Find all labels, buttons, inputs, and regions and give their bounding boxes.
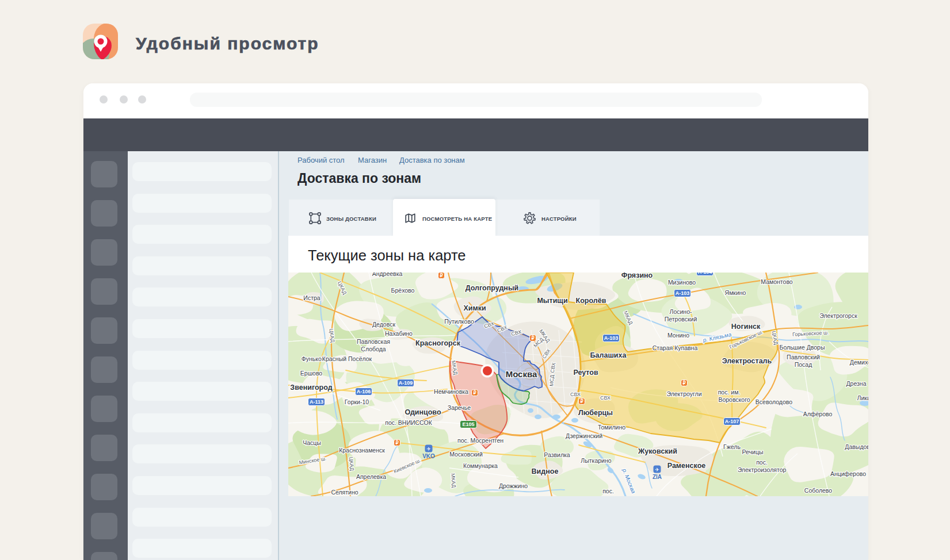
svg-text:А-106: А-106	[357, 389, 371, 394]
svg-text:Нахабино: Нахабино	[385, 330, 413, 337]
svg-text:Московский: Московский	[449, 451, 483, 458]
svg-text:Электроизолятор: Электроизолятор	[738, 466, 787, 473]
svg-text:Электрогорск: Электрогорск	[819, 312, 857, 319]
svg-text:₽: ₽	[440, 273, 442, 278]
svg-text:Монино: Монино	[667, 332, 689, 339]
svg-text:Развилка: Развилка	[544, 451, 570, 458]
svg-text:Соболево: Соболево	[804, 487, 832, 494]
svg-text:✈: ✈	[655, 467, 659, 473]
svg-text:А-103: А-103	[676, 290, 690, 296]
svg-text:Фрязино: Фрязино	[621, 273, 653, 279]
svg-text:Дзержинский: Дзержинский	[566, 432, 602, 439]
svg-text:VKO: VKO	[422, 453, 435, 459]
svg-text:Петровский: Петровский	[665, 316, 697, 323]
svg-text:Красный Посёлок: Красный Посёлок	[322, 355, 372, 362]
svg-text:Томилино: Томилино	[598, 424, 625, 431]
svg-text:пос.: пос.	[602, 488, 614, 494]
svg-text:Краснознаменск: Краснознаменск	[339, 447, 385, 454]
svg-text:СВХ: СВХ	[570, 392, 581, 397]
svg-text:Звенигород: Звенигород	[290, 383, 332, 392]
svg-text:пос. им.: пос. им.	[718, 389, 741, 396]
svg-text:Путилково: Путилково	[444, 318, 474, 325]
svg-text:Горки-10: Горки-10	[345, 398, 369, 405]
svg-text:Лосино-: Лосино-	[670, 308, 692, 315]
svg-text:Балашиха: Балашиха	[590, 351, 627, 359]
svg-text:СВХ: СВХ	[600, 395, 611, 401]
svg-text:Старая Купавна: Старая Купавна	[653, 344, 698, 351]
svg-text:пос. Мосрентген: пос. Мосрентген	[457, 437, 503, 444]
svg-text:пос.: пос.	[756, 459, 768, 466]
svg-text:Немчиновка: Немчиновка	[434, 388, 468, 395]
svg-text:✈: ✈	[426, 446, 431, 452]
svg-text:Видное: Видное	[532, 467, 559, 475]
svg-text:Коммунарка: Коммунарка	[463, 462, 498, 469]
svg-text:Е105: Е105	[462, 421, 474, 427]
svg-text:Большие Дворы: Большие Дворы	[780, 344, 825, 351]
svg-text:Апрелевка: Апрелевка	[356, 473, 386, 480]
svg-text:Речицы: Речицы	[742, 448, 764, 455]
svg-text:МСД: МСД	[548, 375, 555, 386]
svg-text:Москва: Москва	[506, 369, 537, 379]
svg-text:Одинцово: Одинцово	[405, 408, 441, 416]
svg-text:Брёхово: Брёхово	[391, 287, 415, 294]
svg-text:Мамонтово: Мамонтово	[761, 278, 793, 285]
svg-text:Павловская: Павловская	[357, 338, 390, 345]
svg-text:Мизиново: Мизиново	[668, 279, 696, 286]
svg-text:Раменское: Раменское	[667, 462, 706, 470]
svg-text:Королёв: Королёв	[576, 297, 606, 305]
svg-text:Ямкино: Ямкино	[725, 289, 746, 296]
svg-text:А-103: А-103	[604, 335, 619, 341]
svg-text:Красногорск: Красногорск	[415, 339, 461, 347]
svg-text:Посад: Посад	[795, 361, 812, 368]
svg-text:Анциферово: Анциферово	[830, 470, 866, 477]
svg-text:Ногинск: Ногинск	[731, 323, 761, 331]
svg-text:А-104: А-104	[698, 273, 712, 275]
svg-text:Павловский: Павловский	[787, 354, 820, 360]
svg-text:Демихово: Демихово	[850, 359, 868, 366]
svg-text:Электросталь: Электросталь	[722, 357, 772, 365]
svg-text:пос. ВНИИССОК: пос. ВНИИССОК	[385, 419, 432, 426]
svg-text:Воровского: Воровского	[718, 396, 750, 403]
svg-text:Ершово: Ершово	[300, 370, 323, 377]
svg-text:Лыткарино: Лыткарино	[581, 457, 611, 464]
svg-text:Ликино: Ликино	[857, 394, 868, 401]
svg-text:₽: ₽	[395, 440, 398, 446]
svg-text:Электроугли: Электроугли	[666, 390, 701, 397]
svg-text:Химки: Химки	[463, 304, 486, 312]
svg-text:Селятино: Селятино	[331, 489, 358, 496]
svg-text:Слобода: Слобода	[361, 346, 386, 352]
svg-text:Дрожжино: Дрожжино	[499, 482, 528, 489]
svg-text:А-107: А-107	[725, 419, 739, 424]
svg-text:Жуковский: Жуковский	[638, 447, 677, 455]
svg-text:Истра: Истра	[303, 294, 320, 301]
svg-text:А-109: А-109	[399, 380, 413, 386]
svg-text:Мытищи: Мытищи	[537, 297, 567, 305]
svg-text:Всеволодово: Всеволодово	[756, 398, 792, 405]
svg-text:Алфёрово: Алфёрово	[803, 411, 833, 417]
svg-text:Часцы: Часцы	[303, 439, 321, 446]
svg-text:ZIA: ZIA	[653, 474, 662, 480]
svg-text:Андреевка: Андреевка	[372, 273, 403, 277]
svg-text:₽: ₽	[682, 380, 685, 386]
svg-text:Дрезна: Дрезна	[846, 380, 866, 387]
svg-text:₽: ₽	[580, 398, 583, 404]
svg-text:Дедовск: Дедовск	[372, 321, 395, 328]
svg-text:Давыдово: Давыдово	[845, 443, 868, 450]
svg-text:Реутов: Реутов	[573, 369, 598, 377]
svg-text:ЦКАД: ЦКАД	[348, 457, 355, 471]
svg-text:Долгопрудный: Долгопрудный	[466, 284, 519, 292]
svg-text:А-113: А-113	[310, 399, 323, 405]
svg-text:₽: ₽	[473, 390, 476, 396]
svg-text:Гжель: Гжель	[723, 443, 741, 450]
svg-text:Заречье: Заречье	[448, 404, 471, 411]
svg-text:₽: ₽	[531, 335, 534, 341]
svg-text:Люберцы: Люберцы	[578, 409, 613, 417]
